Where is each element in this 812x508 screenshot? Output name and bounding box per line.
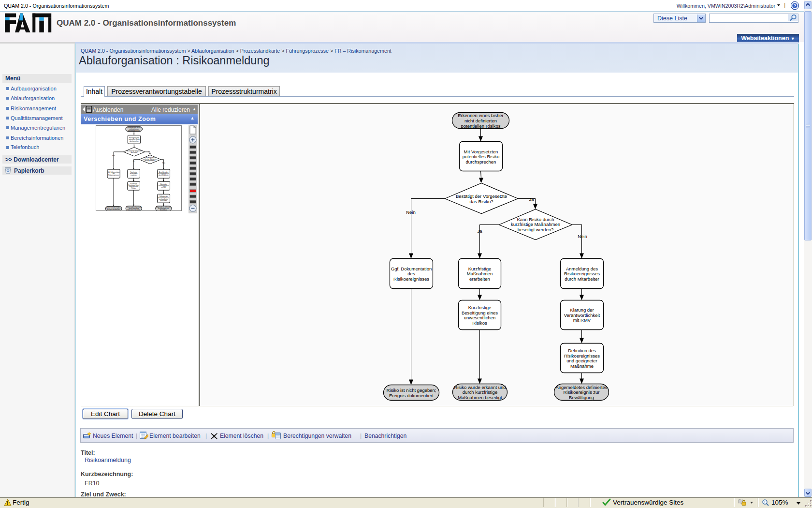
svg-text:Ggf. Dokumentation: Ggf. Dokumentation (391, 266, 432, 271)
svg-text:Kurzfristige: Kurzfristige (468, 266, 492, 271)
svg-text:Angemeldetes definiertes: Angemeldetes definiertes (555, 385, 607, 390)
svg-text:durchsprechen: durchsprechen (466, 159, 496, 164)
svg-text:Risiko wurde erkannt und: Risiko wurde erkannt und (454, 385, 506, 390)
svg-text:Erkennen eines bisher: Erkennen eines bisher (458, 113, 504, 118)
svg-text:Risikoereignisses: Risikoereignisses (564, 271, 600, 276)
svg-text:erarbeiten: erarbeiten (469, 276, 490, 282)
svg-text:Risiko ist nicht gegeben;: Risiko ist nicht gegeben; (387, 388, 436, 393)
svg-text:Risikoereignisses: Risikoereignisses (393, 276, 429, 282)
svg-text:Maßnahme: Maßnahme (570, 363, 594, 369)
svg-text:Maßnahmen: Maßnahmen (467, 271, 493, 276)
svg-text:Kurzfristige: Kurzfristige (468, 305, 492, 310)
svg-text:?: ? (794, 3, 797, 8)
svg-text:Mit Vorgesetzten: Mit Vorgesetzten (464, 149, 498, 154)
svg-text:Verantwortlichkeit: Verantwortlichkeit (564, 313, 600, 318)
svg-text:Risikoereignisses: Risikoereignisses (564, 353, 600, 359)
svg-text:Risikos: Risikos (472, 320, 487, 326)
svg-text:Anmeldung des: Anmeldung des (566, 266, 598, 271)
svg-text:und geeigneter: und geeigneter (566, 358, 597, 363)
svg-text:unwesentlichen: unwesentlichen (464, 315, 496, 320)
svg-text:des: des (407, 271, 415, 276)
svg-text:Nein: Nein (578, 234, 587, 239)
svg-text:Beseitigung eines: Beseitigung eines (462, 310, 498, 315)
svg-text:das Risiko?: das Risiko? (469, 199, 493, 204)
svg-text:Maßnahmen beseitigt: Maßnahmen beseitigt (458, 395, 502, 400)
svg-text:Definition des: Definition des (568, 348, 596, 353)
svg-text:Ja: Ja (529, 196, 534, 202)
svg-text:potentielles Risiko: potentielles Risiko (463, 154, 500, 159)
svg-text:Bestätigt der Vorgesetzte: Bestätigt der Vorgesetzte (456, 194, 507, 199)
svg-text:Bewältigung: Bewältigung (569, 395, 594, 400)
svg-text:mit RMV: mit RMV (573, 317, 591, 323)
svg-text:beseitigt werden?: beseitigt werden? (518, 227, 553, 232)
svg-text:Nein: Nein (406, 209, 416, 215)
svg-text:potentiellen Risikos: potentiellen Risikos (461, 123, 501, 129)
svg-text:Klärung der: Klärung der (570, 307, 594, 313)
svg-text:nicht definierten: nicht definierten (464, 118, 497, 123)
svg-text:durch kurzfristige: durch kurzfristige (463, 389, 497, 395)
svg-text:Ereignis dokumentiert: Ereignis dokumentiert (389, 393, 434, 398)
svg-text:kurzfristige Maßnahmen: kurzfristige Maßnahmen (511, 222, 560, 227)
svg-text:durch Mitarbeiter: durch Mitarbeiter (565, 276, 599, 282)
svg-text:Risikoereignis zur: Risikoereignis zur (564, 389, 600, 395)
svg-text:Kann Risiko durch: Kann Risiko durch (517, 217, 554, 222)
svg-text:Ja: Ja (477, 228, 482, 234)
